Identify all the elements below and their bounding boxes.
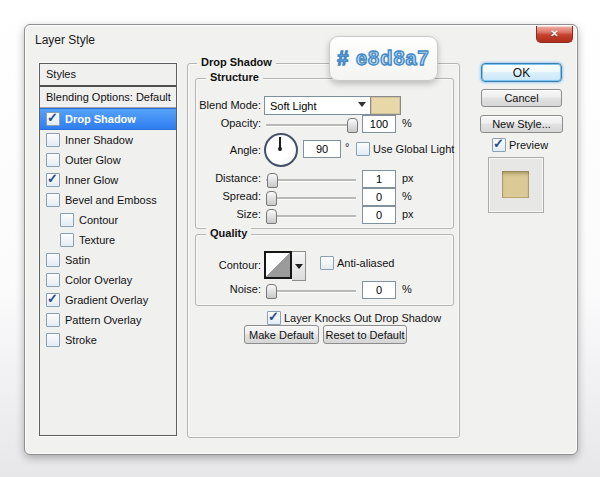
anti-aliased-checkbox[interactable] [320, 256, 334, 270]
sidebar-item-blending-options[interactable]: Blending Options: Default [40, 87, 176, 108]
opacity-input[interactable]: 100 [362, 115, 396, 133]
styles-list-panel: Styles Blending Options: Default Drop Sh… [39, 63, 177, 436]
style-checkbox[interactable] [46, 293, 60, 307]
size-input[interactable]: 0 [362, 206, 396, 224]
styles-list-header: Styles [40, 64, 176, 87]
sidebar-item-label: Outer Glow [65, 154, 121, 166]
sidebar-item-label: Contour [79, 214, 118, 226]
distance-slider[interactable] [266, 179, 356, 181]
opacity-slider-thumb[interactable] [347, 118, 358, 133]
color-hex-tooltip: # e8d8a7 [329, 36, 438, 81]
sidebar-item-color-overlay[interactable]: Color Overlay [40, 270, 176, 290]
sidebar-item-pattern-overlay[interactable]: Pattern Overlay [40, 310, 176, 330]
quality-group-title: Quality [206, 227, 251, 240]
structure-group-title: Structure [206, 71, 263, 84]
blend-mode-value: Soft Light [270, 100, 316, 112]
contour-dropdown-arrow[interactable] [292, 251, 306, 281]
window-title: Layer Style [35, 33, 95, 47]
style-checkbox[interactable] [46, 313, 60, 327]
sidebar-item-label: Inner Shadow [65, 134, 133, 146]
sidebar-item-label: Gradient Overlay [65, 294, 148, 306]
sidebar-item-contour[interactable]: Contour [40, 210, 176, 230]
sidebar-item-label: Color Overlay [65, 274, 132, 286]
style-checkbox[interactable] [46, 253, 60, 267]
blend-mode-label: Blend Mode: [191, 99, 261, 111]
opacity-slider[interactable] [266, 124, 358, 126]
close-button[interactable]: ✕ [536, 26, 573, 43]
style-preview-thumbnail [488, 157, 544, 213]
noise-slider-thumb[interactable] [266, 284, 277, 299]
sidebar-item-texture[interactable]: Texture [40, 230, 176, 250]
opacity-unit: % [402, 117, 412, 129]
preview-checkbox[interactable] [492, 138, 506, 152]
use-global-light-label: Use Global Light [373, 143, 454, 155]
sidebar-item-label: Satin [65, 254, 90, 266]
sidebar-item-drop-shadow[interactable]: Drop Shadow [40, 108, 176, 130]
distance-unit: px [402, 172, 414, 184]
sidebar-item-label: Texture [79, 234, 115, 246]
style-preview-swatch [502, 171, 529, 198]
style-checkbox[interactable] [46, 133, 60, 147]
use-global-light-checkbox[interactable] [356, 142, 370, 156]
contour-label: Contour: [191, 259, 261, 271]
sidebar-item-bevel-and-emboss[interactable]: Bevel and Emboss [40, 190, 176, 210]
spread-slider-thumb[interactable] [266, 191, 277, 206]
spread-slider[interactable] [266, 197, 356, 199]
make-default-button[interactable]: Make Default [244, 325, 319, 344]
sidebar-item-gradient-overlay[interactable]: Gradient Overlay [40, 290, 176, 310]
distance-input[interactable]: 1 [362, 170, 396, 188]
style-checkbox[interactable] [46, 112, 60, 126]
preview-checkbox-label: Preview [509, 139, 548, 151]
sidebar-item-satin[interactable]: Satin [40, 250, 176, 270]
style-checkbox[interactable] [46, 333, 60, 347]
layer-style-dialog: Layer Style ✕ Styles Blending Options: D… [24, 24, 578, 455]
spread-unit: % [402, 190, 412, 202]
noise-unit: % [402, 283, 412, 295]
reset-to-default-button[interactable]: Reset to Default [323, 325, 407, 344]
styles-list: Drop ShadowInner ShadowOuter GlowInner G… [40, 108, 176, 350]
sidebar-item-label: Drop Shadow [65, 113, 136, 125]
style-checkbox[interactable] [46, 173, 60, 187]
size-unit: px [402, 208, 414, 220]
desktop-background: Layer Style ✕ Styles Blending Options: D… [0, 0, 600, 477]
sidebar-item-inner-glow[interactable]: Inner Glow [40, 170, 176, 190]
sidebar-item-label: Stroke [65, 334, 97, 346]
cancel-button[interactable]: Cancel [481, 89, 562, 107]
sidebar-item-stroke[interactable]: Stroke [40, 330, 176, 350]
size-slider[interactable] [266, 215, 356, 217]
sidebar-item-label: Bevel and Emboss [65, 194, 157, 206]
close-icon: ✕ [550, 29, 558, 39]
angle-dial-center [278, 147, 282, 151]
sidebar-item-label: Inner Glow [65, 174, 118, 186]
style-checkbox[interactable] [60, 233, 74, 247]
knockout-checkbox[interactable] [267, 311, 281, 325]
angle-input[interactable]: 90 [303, 140, 341, 158]
opacity-label: Opacity: [191, 117, 261, 129]
contour-picker[interactable] [264, 251, 292, 279]
shadow-color-swatch[interactable] [370, 96, 401, 115]
size-slider-thumb[interactable] [266, 209, 277, 224]
blend-mode-select[interactable]: Soft Light [264, 96, 372, 115]
noise-input[interactable]: 0 [362, 281, 396, 299]
spread-label: Spread: [191, 190, 261, 202]
sidebar-item-outer-glow[interactable]: Outer Glow [40, 150, 176, 170]
style-checkbox[interactable] [46, 193, 60, 207]
noise-label: Noise: [191, 283, 261, 295]
style-checkbox[interactable] [46, 273, 60, 287]
color-hex-value: # e8d8a7 [337, 47, 430, 70]
noise-slider[interactable] [266, 290, 356, 292]
spread-input[interactable]: 0 [362, 188, 396, 206]
distance-label: Distance: [191, 172, 261, 184]
distance-slider-thumb[interactable] [267, 173, 278, 188]
angle-dial[interactable] [264, 133, 298, 167]
knockout-label: Layer Knocks Out Drop Shadow [284, 312, 441, 324]
sidebar-item-inner-shadow[interactable]: Inner Shadow [40, 130, 176, 150]
new-style-button[interactable]: New Style... [480, 115, 563, 133]
drop-shadow-panel-title: Drop Shadow [197, 56, 276, 69]
ok-button[interactable]: OK [481, 63, 562, 82]
chevron-down-icon [358, 102, 366, 107]
style-checkbox[interactable] [46, 153, 60, 167]
angle-unit: ° [345, 141, 349, 153]
style-checkbox[interactable] [60, 213, 74, 227]
size-label: Size: [191, 208, 261, 220]
